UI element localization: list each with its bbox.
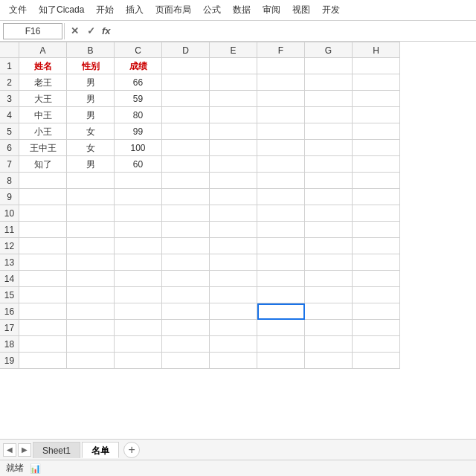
row-header-12[interactable]: 12: [0, 238, 19, 254]
formula-input[interactable]: [114, 23, 473, 39]
cell-B16[interactable]: [67, 303, 115, 320]
row-header-1[interactable]: 1: [0, 58, 19, 74]
cell-E15[interactable]: [210, 287, 257, 303]
cell-H12[interactable]: [353, 238, 400, 254]
cell-F12[interactable]: [257, 238, 305, 254]
menu-item-insert[interactable]: 插入: [120, 1, 149, 19]
row-header-10[interactable]: 10: [0, 205, 19, 222]
cell-F10[interactable]: [257, 205, 305, 222]
col-header-e[interactable]: E: [210, 42, 257, 58]
cell-A11[interactable]: [19, 222, 67, 238]
cell-G10[interactable]: [305, 205, 353, 222]
cell-A3[interactable]: 大王: [19, 91, 67, 107]
cell-C9[interactable]: [115, 189, 162, 205]
cell-A10[interactable]: [19, 205, 67, 222]
cell-C13[interactable]: [115, 254, 162, 271]
cell-C2[interactable]: 66: [115, 74, 162, 91]
sheet-tab-名单[interactable]: 名单: [82, 442, 119, 458]
cell-A15[interactable]: [19, 287, 67, 303]
cell-G4[interactable]: [305, 107, 353, 123]
cell-B11[interactable]: [67, 222, 115, 238]
cell-D17[interactable]: [162, 320, 210, 336]
cell-A17[interactable]: [19, 320, 67, 336]
cell-G16[interactable]: [305, 303, 353, 320]
cell-B13[interactable]: [67, 254, 115, 271]
cell-B1[interactable]: 性别: [67, 58, 115, 74]
cell-H5[interactable]: [353, 123, 400, 140]
cell-F19[interactable]: [257, 353, 305, 369]
cell-G9[interactable]: [305, 189, 353, 205]
row-header-2[interactable]: 2: [0, 74, 19, 91]
sheet-tab-Sheet1[interactable]: Sheet1: [33, 442, 80, 458]
cell-F16[interactable]: [257, 303, 305, 320]
cell-E14[interactable]: [210, 271, 257, 287]
row-header-8[interactable]: 8: [0, 173, 19, 189]
col-header-c[interactable]: C: [115, 42, 162, 58]
cell-D8[interactable]: [162, 173, 210, 189]
menu-item-review[interactable]: 审阅: [257, 1, 286, 19]
cell-C8[interactable]: [115, 173, 162, 189]
cell-C15[interactable]: [115, 287, 162, 303]
cell-A9[interactable]: [19, 189, 67, 205]
cell-F7[interactable]: [257, 156, 305, 173]
menu-item-zhile[interactable]: 知了Cicada: [33, 1, 90, 19]
cell-H15[interactable]: [353, 287, 400, 303]
cell-C17[interactable]: [115, 320, 162, 336]
row-header-11[interactable]: 11: [0, 222, 19, 238]
cell-B4[interactable]: 男: [67, 107, 115, 123]
cell-D6[interactable]: [162, 140, 210, 156]
cell-B15[interactable]: [67, 287, 115, 303]
cell-G13[interactable]: [305, 254, 353, 271]
cell-E2[interactable]: [210, 74, 257, 91]
row-header-13[interactable]: 13: [0, 254, 19, 271]
cell-B12[interactable]: [67, 238, 115, 254]
cell-D13[interactable]: [162, 254, 210, 271]
tab-nav-next[interactable]: ▶: [18, 443, 31, 457]
cell-B7[interactable]: 男: [67, 156, 115, 173]
cell-F18[interactable]: [257, 336, 305, 353]
tab-nav-prev[interactable]: ◀: [3, 443, 16, 457]
cell-G6[interactable]: [305, 140, 353, 156]
cell-G18[interactable]: [305, 336, 353, 353]
cell-H8[interactable]: [353, 173, 400, 189]
menu-item-start[interactable]: 开始: [90, 1, 120, 19]
cell-A1[interactable]: 姓名: [19, 58, 67, 74]
cell-B3[interactable]: 男: [67, 91, 115, 107]
cell-E18[interactable]: [210, 336, 257, 353]
cell-A13[interactable]: [19, 254, 67, 271]
cell-G12[interactable]: [305, 238, 353, 254]
cell-E11[interactable]: [210, 222, 257, 238]
cell-F8[interactable]: [257, 173, 305, 189]
cell-E19[interactable]: [210, 353, 257, 369]
col-header-d[interactable]: D: [162, 42, 210, 58]
cell-A4[interactable]: 中王: [19, 107, 67, 123]
cell-A19[interactable]: [19, 353, 67, 369]
cell-F1[interactable]: [257, 58, 305, 74]
cell-H4[interactable]: [353, 107, 400, 123]
row-header-7[interactable]: 7: [0, 156, 19, 173]
cell-reference-input[interactable]: [3, 23, 62, 39]
cell-F6[interactable]: [257, 140, 305, 156]
menu-item-formula[interactable]: 公式: [197, 1, 227, 19]
cell-G7[interactable]: [305, 156, 353, 173]
cell-F11[interactable]: [257, 222, 305, 238]
cell-C1[interactable]: 成绩: [115, 58, 162, 74]
cell-D4[interactable]: [162, 107, 210, 123]
cell-H13[interactable]: [353, 254, 400, 271]
col-header-g[interactable]: G: [305, 42, 353, 58]
cell-B10[interactable]: [67, 205, 115, 222]
cell-H3[interactable]: [353, 91, 400, 107]
formula-confirm-button[interactable]: ✓: [83, 23, 99, 39]
cell-E17[interactable]: [210, 320, 257, 336]
cell-D18[interactable]: [162, 336, 210, 353]
row-header-4[interactable]: 4: [0, 107, 19, 123]
cell-E10[interactable]: [210, 205, 257, 222]
row-header-16[interactable]: 16: [0, 303, 19, 320]
cell-C5[interactable]: 99: [115, 123, 162, 140]
cell-B5[interactable]: 女: [67, 123, 115, 140]
cell-B8[interactable]: [67, 173, 115, 189]
cell-H7[interactable]: [353, 156, 400, 173]
cell-C6[interactable]: 100: [115, 140, 162, 156]
cell-A16[interactable]: [19, 303, 67, 320]
cell-G11[interactable]: [305, 222, 353, 238]
